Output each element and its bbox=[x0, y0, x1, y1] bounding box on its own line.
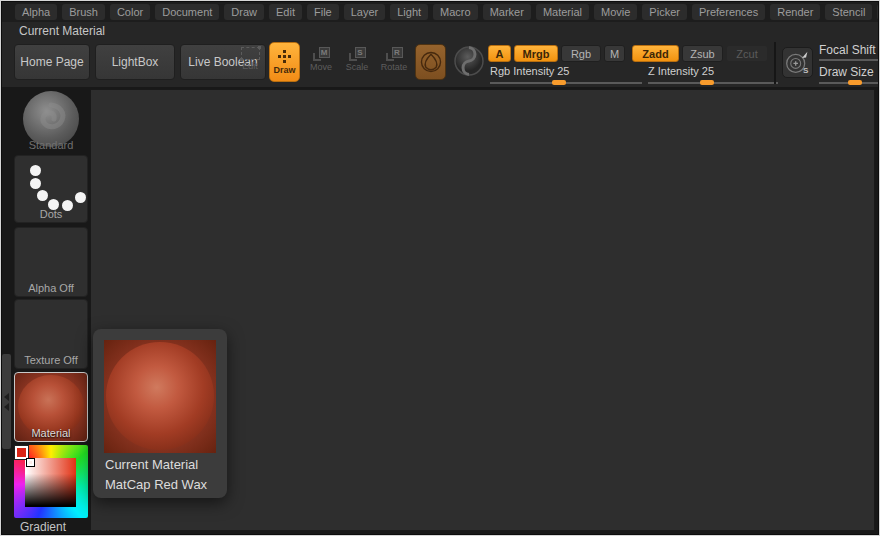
a-toggle[interactable]: A bbox=[488, 45, 511, 62]
scale-label: Scale bbox=[346, 62, 369, 72]
shelf-item-color-picker[interactable] bbox=[14, 445, 88, 518]
popup-material-name: MatCap Red Wax bbox=[105, 477, 207, 492]
material-preview-button[interactable] bbox=[453, 45, 485, 77]
brush-standard-label: Standard bbox=[14, 139, 88, 151]
menu-item-render[interactable]: Render bbox=[770, 4, 820, 20]
rotate-label: Rotate bbox=[381, 62, 408, 72]
focal-shift-label: Focal Shift bbox=[819, 43, 876, 57]
menu-item-alpha[interactable]: Alpha bbox=[15, 4, 57, 20]
shelf-item-alpha-off[interactable]: Alpha Off bbox=[14, 227, 88, 297]
menu-item-draw[interactable]: Draw bbox=[224, 4, 264, 20]
zbrush-window: AlphaBrushColorDocumentDrawEditFileLayer… bbox=[0, 0, 880, 536]
matcap-sphere bbox=[106, 342, 214, 450]
menu-bar: AlphaBrushColorDocumentDrawEditFileLayer… bbox=[2, 2, 878, 22]
current-material-preview[interactable] bbox=[104, 340, 216, 453]
menu-item-picker[interactable]: Picker bbox=[642, 4, 687, 20]
rgb-toggle[interactable]: Rgb bbox=[561, 45, 601, 62]
move-icon: M bbox=[313, 47, 330, 61]
move-mode-button[interactable]: M Move bbox=[305, 47, 337, 72]
texture-off-label: Texture Off bbox=[15, 354, 87, 366]
top-toolbar: Home Page LightBox Live Boolean Edit Dra… bbox=[2, 39, 878, 87]
popup-title: Current Material bbox=[105, 457, 198, 472]
menu-item-file[interactable]: File bbox=[307, 4, 339, 20]
edit-mode-button[interactable]: Edit bbox=[234, 47, 266, 71]
context-title-bar: Current Material bbox=[2, 22, 878, 39]
menu-item-stroke[interactable]: Stroke bbox=[877, 4, 878, 20]
z-intensity-handle[interactable] bbox=[700, 80, 714, 85]
rotate-icon: R bbox=[386, 47, 403, 61]
stroke-settings-icon: S bbox=[784, 49, 811, 76]
z-intensity-label: Z Intensity 25 bbox=[648, 65, 714, 77]
menu-item-material[interactable]: Material bbox=[536, 4, 589, 20]
material-sphere-icon bbox=[453, 45, 485, 77]
brush-preview-button[interactable] bbox=[415, 44, 446, 80]
home-page-label: Home Page bbox=[20, 55, 83, 69]
menu-item-color[interactable]: Color bbox=[110, 4, 150, 20]
move-label: Move bbox=[310, 62, 332, 72]
gradient-label: Gradient bbox=[20, 520, 66, 534]
rgb-intensity-slider[interactable] bbox=[490, 82, 642, 84]
collapse-arrow-icon bbox=[4, 393, 9, 401]
shelf-item-material[interactable]: Material bbox=[14, 372, 88, 442]
svg-text:S: S bbox=[803, 66, 809, 75]
toolbar-divider bbox=[774, 42, 776, 84]
material-label: Material bbox=[15, 427, 87, 439]
lightbox-label: LightBox bbox=[112, 55, 159, 69]
edit-label: Edit bbox=[242, 61, 258, 71]
menu-item-movie[interactable]: Movie bbox=[594, 4, 637, 20]
shelf-item-texture-off[interactable]: Texture Off bbox=[14, 299, 88, 369]
zcut-toggle[interactable]: Zcut bbox=[726, 45, 768, 62]
lightbox-button[interactable]: LightBox bbox=[95, 44, 175, 80]
menu-item-preferences[interactable]: Preferences bbox=[692, 4, 765, 20]
context-title: Current Material bbox=[19, 24, 105, 38]
scale-icon: S bbox=[349, 47, 366, 61]
tray-collapse-handle[interactable] bbox=[2, 354, 11, 449]
rgb-intensity-label: Rgb Intensity 25 bbox=[490, 65, 570, 77]
menu-item-stencil[interactable]: Stencil bbox=[825, 4, 872, 20]
menu-item-light[interactable]: Light bbox=[390, 4, 428, 20]
menu-item-marker[interactable]: Marker bbox=[483, 4, 531, 20]
draw-size-label: Draw Size bbox=[819, 65, 874, 79]
mrgb-toggle[interactable]: Mrgb bbox=[514, 45, 558, 62]
menu-item-brush[interactable]: Brush bbox=[62, 4, 105, 20]
brush-tip-icon bbox=[418, 49, 444, 75]
stroke-dots-label: Dots bbox=[15, 208, 87, 220]
rgb-intensity-handle[interactable] bbox=[552, 80, 566, 85]
scale-mode-button[interactable]: S Scale bbox=[341, 47, 373, 72]
edit-icon bbox=[241, 47, 260, 60]
stroke-settings-button[interactable]: S bbox=[782, 47, 813, 78]
rotate-mode-button[interactable]: R Rotate bbox=[378, 47, 410, 72]
menu-item-document[interactable]: Document bbox=[155, 4, 219, 20]
m-toggle[interactable]: M bbox=[604, 45, 625, 62]
alpha-off-label: Alpha Off bbox=[15, 282, 87, 294]
draw-size-handle[interactable] bbox=[848, 80, 862, 85]
current-color-swatch[interactable] bbox=[15, 446, 28, 459]
draw-crosshair-icon bbox=[278, 50, 291, 63]
zadd-toggle[interactable]: Zadd bbox=[632, 45, 679, 62]
draw-mode-button[interactable]: Draw bbox=[269, 42, 300, 82]
collapse-arrow-icon bbox=[4, 403, 9, 411]
focal-shift-slider[interactable] bbox=[819, 59, 878, 61]
menu-item-edit[interactable]: Edit bbox=[269, 4, 302, 20]
sv-cursor bbox=[27, 459, 34, 466]
home-page-button[interactable]: Home Page bbox=[14, 44, 90, 80]
shelf-item-stroke-dots[interactable]: Dots bbox=[14, 155, 88, 223]
zsub-toggle[interactable]: Zsub bbox=[682, 45, 723, 62]
menu-item-macro[interactable]: Macro bbox=[433, 4, 478, 20]
menu-item-layer[interactable]: Layer bbox=[344, 4, 386, 20]
current-material-popup: Current Material MatCap Red Wax bbox=[93, 329, 227, 498]
draw-label: Draw bbox=[273, 65, 295, 75]
shelf-item-brush-standard[interactable]: Standard bbox=[14, 89, 88, 153]
